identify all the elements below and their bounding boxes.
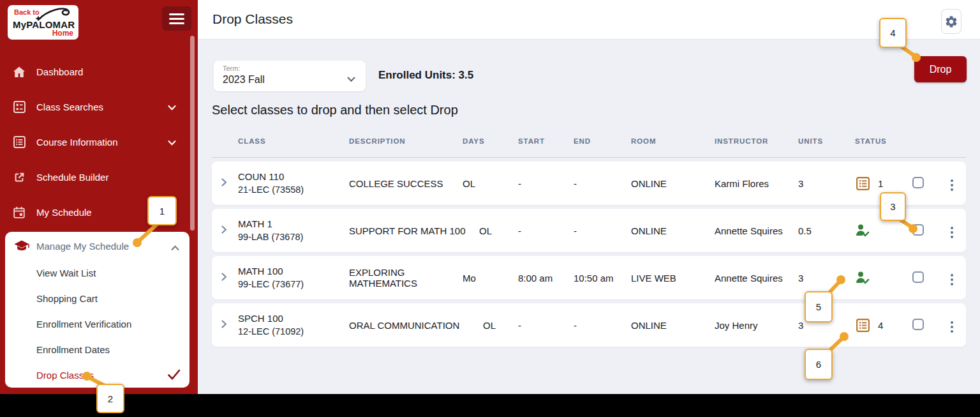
row-checkbox[interactable] [912, 271, 924, 283]
class-days: OL [463, 225, 518, 236]
page-title: Drop Classes [212, 11, 293, 27]
settings-button[interactable] [941, 9, 961, 34]
calendar-icon [11, 205, 27, 220]
column-header-instructor: INSTRUCTOR [715, 137, 798, 145]
class-end: - [574, 320, 631, 331]
class-instructor: Annette Squires [715, 273, 798, 284]
sidebar-item-view-wait-list[interactable]: View Wait List [5, 260, 189, 285]
table-row: MATH 199-LAB (73678) SUPPORT FOR MATH 10… [212, 209, 966, 252]
sidebar-item-label: Manage My Schedule [36, 241, 129, 252]
class-instructor: Annette Squires [715, 225, 798, 236]
graduation-cap-icon [13, 238, 30, 254]
sidebar-item-manage-my-schedule[interactable]: Manage My Schedule [5, 232, 189, 260]
table-row: MATH 10099-LEC (73677) EXPLORING MATHEMA… [212, 256, 966, 299]
class-instructor: Karmi Flores [715, 178, 798, 189]
section-title: Select classes to drop and then select D… [212, 103, 458, 118]
class-description: EXPLORING MATHEMATICS [349, 267, 463, 289]
sidebar-item-class-searches[interactable]: Class Searches [0, 89, 190, 125]
term-select[interactable]: Term: 2023 Fall [214, 61, 366, 91]
class-room: ONLINE [631, 225, 715, 236]
class-section: 12-LEC (71092) [238, 325, 349, 338]
callout-2: 2 [96, 384, 124, 413]
row-checkbox[interactable] [912, 224, 924, 236]
checkmark-icon [167, 369, 181, 382]
class-end: 10:50 am [574, 273, 631, 284]
class-name: SPCH 100 [238, 312, 349, 325]
class-start: 8:00 am [518, 273, 574, 284]
column-header-description: DESCRIPTION [349, 137, 463, 145]
sidebar-item-label: My Schedule [36, 207, 92, 218]
gear-icon [944, 15, 958, 29]
column-header-status: STATUS [855, 137, 912, 145]
class-description: SUPPORT FOR MATH 100 [349, 225, 463, 236]
class-room: ONLINE [631, 178, 715, 189]
drop-button[interactable]: Drop [914, 56, 967, 82]
class-start: - [518, 320, 574, 331]
sidebar-item-schedule-builder[interactable]: Schedule Builder [0, 160, 190, 195]
logo-home-text: Home [52, 29, 73, 38]
sidebar-item-enrollment-dates[interactable]: Enrollment Dates [5, 337, 189, 362]
class-name: MATH 100 [238, 264, 349, 278]
callout-3: 3 [880, 192, 906, 221]
menu-toggle-button[interactable] [162, 6, 191, 31]
table-header-row: CLASS DESCRIPTION DAYS START END ROOM IN… [212, 137, 966, 145]
expand-row-chevron-icon[interactable] [219, 319, 228, 329]
sidebar-item-label: Schedule Builder [36, 172, 108, 183]
class-instructor: Joy Henry [715, 320, 798, 331]
callout-5: 5 [805, 291, 833, 322]
chevron-down-icon [168, 102, 176, 112]
class-units: 3 [798, 273, 855, 284]
manage-my-schedule-panel: Manage My Schedule View Wait List Shoppi… [5, 232, 189, 388]
callout-6: 6 [805, 349, 833, 380]
class-section: 21-LEC (73558) [238, 183, 349, 197]
callout-4: 4 [879, 18, 907, 48]
term-select-value: 2023 Fall [223, 74, 265, 86]
class-units: 3 [798, 178, 855, 189]
class-section: 99-LEC (73677) [238, 278, 349, 291]
home-icon [11, 64, 27, 80]
column-header-end: END [574, 137, 631, 145]
sidebar-item-shopping-cart[interactable]: Shopping Cart [5, 285, 189, 311]
sidebar-item-drop-classes[interactable]: Drop Classes [5, 362, 189, 388]
external-link-icon [11, 170, 27, 185]
class-table: COUN 11021-LEC (73558) COLLEGE SUCCESS O… [212, 162, 966, 351]
row-menu-button[interactable] [947, 319, 957, 335]
mypalomar-home-logo[interactable]: Back to MyPALOMAR Home [8, 5, 78, 40]
sidebar-item-label: Dashboard [36, 66, 83, 77]
sidebar-item-course-information[interactable]: Course Information [0, 125, 190, 160]
expand-row-chevron-icon[interactable] [219, 178, 228, 187]
row-checkbox[interactable] [912, 177, 924, 188]
class-days: Mo [463, 273, 518, 284]
chevron-up-icon [171, 242, 179, 253]
waitlist-position: 4 [878, 320, 883, 331]
enrolled-units-text: Enrolled Units: 3.5 [378, 69, 473, 82]
sidebar-item-dashboard[interactable]: Dashboard [0, 54, 190, 89]
table-row: COUN 11021-LEC (73558) COLLEGE SUCCESS O… [212, 162, 966, 205]
class-description: ORAL COMMUNICATION [349, 320, 463, 331]
sidebar-item-label: Course Information [36, 137, 118, 148]
table-row: SPCH 10012-LEC (71092) ORAL COMMUNICATIO… [212, 303, 966, 347]
class-name: COUN 110 [238, 170, 349, 183]
term-select-label: Term: [223, 64, 241, 72]
class-days: OL [463, 320, 518, 331]
column-header-start: START [518, 137, 574, 145]
row-menu-button[interactable] [947, 224, 957, 241]
callout-1: 1 [147, 196, 177, 225]
row-menu-button[interactable] [947, 177, 957, 193]
class-description: COLLEGE SUCCESS [349, 178, 463, 189]
waitlist-position: 1 [878, 178, 883, 189]
row-menu-button[interactable] [947, 271, 957, 288]
class-searches-icon [11, 100, 27, 115]
course-information-icon [11, 135, 27, 150]
chevron-down-icon [168, 137, 176, 148]
row-checkbox[interactable] [912, 319, 924, 330]
sidebar-item-enrollment-verification[interactable]: Enrollment Verification [5, 311, 189, 337]
page-header: Drop Classes [198, 0, 980, 40]
expand-row-chevron-icon[interactable] [219, 272, 228, 282]
class-days: OL [463, 178, 518, 189]
expand-row-chevron-icon[interactable] [219, 225, 228, 234]
sidebar-scrollbar[interactable] [190, 36, 195, 231]
chevron-down-icon [347, 73, 355, 85]
class-section: 99-LAB (73678) [238, 231, 349, 244]
column-header-room: ROOM [631, 137, 715, 145]
